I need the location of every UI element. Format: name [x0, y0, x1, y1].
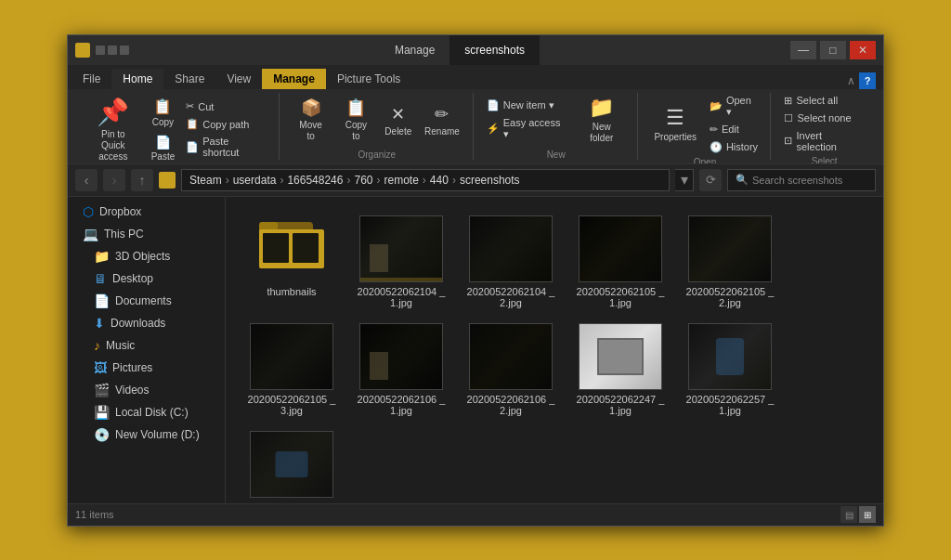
sidebar-item-3dobjects[interactable]: 📁 3D Objects: [68, 245, 225, 267]
delete-icon: ✕: [391, 104, 405, 124]
history-button[interactable]: 🕐 History: [706, 139, 763, 155]
move-to-button[interactable]: 📦 Move to: [289, 95, 332, 145]
tab-picture-tools[interactable]: Picture Tools: [326, 69, 411, 89]
copy-path-button[interactable]: 📋 Copy path: [182, 116, 271, 132]
sidebar-item-new-volume[interactable]: 💿 New Volume (D:): [68, 423, 225, 446]
image-preview: [251, 324, 332, 389]
properties-icon: ☰: [666, 106, 684, 130]
list-item[interactable]: 20200522062106 _2.jpg: [460, 319, 562, 420]
select-buttons: ⊞ Select all ☐ Select none ⊡ Invert sele…: [780, 93, 868, 154]
cut-button[interactable]: ✂ Cut: [182, 98, 271, 114]
file-grid: thumbnails 20200522062104 _1.jpg 2020052…: [226, 197, 883, 503]
refresh-button[interactable]: ⟳: [699, 169, 722, 191]
list-item[interactable]: 20200522062104 _1.jpg: [350, 212, 452, 312]
sidebar-item-videos[interactable]: 🎬 Videos: [68, 379, 225, 401]
list-item[interactable]: 20200522062104 _2.jpg: [460, 212, 562, 312]
open-button[interactable]: 📂 Open ▾: [706, 93, 763, 120]
tab-file[interactable]: File: [72, 69, 111, 89]
ribbon-group-clipboard: 📌 Pin to Quick access 📋 Copy 📄 Paste: [75, 93, 280, 160]
sidebar-item-dropbox[interactable]: ⬡ Dropbox: [68, 201, 225, 223]
delete-button[interactable]: ✕ Delete: [379, 101, 417, 139]
tab-manage[interactable]: Manage: [262, 69, 326, 89]
forward-button[interactable]: ›: [103, 169, 125, 191]
list-item[interactable]: 20200522062247 _1.jpg: [569, 319, 671, 420]
easy-access-button[interactable]: ⚡ Easy access ▾: [483, 115, 572, 142]
image-thumbnail: [579, 215, 662, 282]
title-dot-2: [108, 46, 117, 55]
paste-icon: 📄: [155, 135, 171, 150]
select-none-button[interactable]: ☐ Select none: [780, 111, 868, 126]
tab-share[interactable]: Share: [163, 69, 215, 89]
copy-to-button[interactable]: 📋 Copy to: [334, 95, 377, 145]
sidebar-item-desktop[interactable]: 🖥 Desktop: [68, 267, 225, 290]
maximize-button[interactable]: □: [820, 41, 846, 59]
image-preview: [580, 324, 661, 389]
main-content: ⬡ Dropbox 💻 This PC 📁 3D Objects 🖥 Deskt…: [68, 197, 883, 503]
properties-button[interactable]: ☰ Properties: [647, 102, 704, 146]
image-thumbnail: [359, 323, 443, 390]
new-buttons: 📄 New item ▾ ⚡ Easy access ▾ 📁 New folde…: [483, 93, 630, 148]
image-thumbnail: [469, 215, 553, 282]
help-button[interactable]: ?: [859, 72, 876, 89]
paste-button[interactable]: 📄 Paste: [146, 132, 181, 164]
tab-home[interactable]: Home: [111, 69, 163, 89]
address-dropdown-button[interactable]: ▾: [675, 169, 694, 191]
sidebar-item-local-disk[interactable]: 💾 Local Disk (C:): [68, 401, 225, 423]
list-item[interactable]: 20200522062257 _1.jpg: [679, 319, 781, 420]
pin-to-quick-access-button[interactable]: 📌 Pin to Quick access: [83, 93, 144, 166]
copy-path-icon: 📋: [186, 118, 199, 130]
clipboard-buttons: 📌 Pin to Quick access 📋 Copy 📄 Paste: [83, 93, 271, 166]
list-item[interactable]: 20200522062106 _1.jpg: [350, 319, 452, 420]
image-thumbnail: [250, 431, 333, 498]
screenshots-tab-title[interactable]: screenshots: [449, 35, 540, 65]
list-item[interactable]: 20200522062257 _2.jpg: [241, 427, 343, 503]
grid-view-button[interactable]: ⊞: [859, 506, 876, 523]
minimize-button[interactable]: —: [790, 41, 816, 59]
search-icon: 🔍: [736, 174, 749, 186]
file-explorer-window: Manage screenshots — □ ✕ File Home Share…: [67, 34, 884, 527]
folder-thumbnail: [250, 215, 333, 282]
list-item[interactable]: 20200522062105 _1.jpg: [569, 212, 671, 312]
cut-icon: ✂: [186, 100, 194, 112]
new-folder-button[interactable]: 📁 New folder: [574, 93, 630, 147]
manage-tab-title[interactable]: Manage: [380, 35, 449, 65]
ribbon-collapse-icon[interactable]: ∧: [847, 74, 855, 87]
select-none-icon: ☐: [784, 112, 793, 124]
ribbon-tabs: File Home Share View Manage Picture Tool…: [68, 65, 883, 89]
title-dots: [96, 46, 129, 55]
rename-button[interactable]: ✏ Rename: [419, 101, 465, 139]
list-item[interactable]: thumbnails: [241, 212, 343, 312]
list-item[interactable]: 20200522062105 _2.jpg: [679, 212, 781, 312]
paste-shortcut-icon: 📄: [186, 141, 199, 153]
copy-button[interactable]: 📋 Copy: [146, 95, 181, 130]
invert-selection-button[interactable]: ⊡ Invert selection: [780, 128, 868, 154]
edit-button[interactable]: ✏ Edit: [706, 122, 763, 137]
search-box[interactable]: 🔍 Search screenshots: [727, 169, 876, 191]
tab-view[interactable]: View: [215, 69, 262, 89]
list-item[interactable]: 20200522062105 _3.jpg: [241, 319, 343, 420]
open-buttons: ☰ Properties 📂 Open ▾ ✏ Edit �: [647, 93, 763, 155]
back-button[interactable]: ‹: [75, 169, 98, 191]
ribbon-group-select: ⊞ Select all ☐ Select none ⊡ Invert sele…: [773, 93, 876, 160]
up-button[interactable]: ↑: [131, 169, 153, 191]
item-count: 11 items: [75, 509, 114, 520]
sidebar-item-pictures[interactable]: 🖼 Pictures: [68, 357, 225, 379]
new-item-button[interactable]: 📄 New item ▾: [483, 98, 572, 113]
close-button[interactable]: ✕: [850, 41, 876, 59]
history-icon: 🕐: [710, 141, 723, 153]
sidebar-item-downloads[interactable]: ⬇ Downloads: [68, 312, 225, 334]
new-label: New: [483, 148, 630, 160]
image-thumbnail: [250, 323, 333, 390]
organize-label: Organize: [289, 148, 465, 160]
sidebar-item-music[interactable]: ♪ Music: [68, 334, 225, 357]
sidebar-item-documents[interactable]: 📄 Documents: [68, 290, 225, 312]
address-path[interactable]: Steam › userdata › 166548246 › 760 › rem…: [181, 169, 670, 191]
dropbox-icon: ⬡: [83, 204, 94, 219]
pin-icon: 📌: [97, 97, 129, 127]
list-view-button[interactable]: ▤: [840, 506, 857, 523]
sidebar-item-thispc[interactable]: 💻 This PC: [68, 223, 225, 245]
select-all-button[interactable]: ⊞ Select all: [780, 93, 868, 109]
disk-c-icon: 💾: [94, 405, 110, 420]
image-preview: [360, 324, 442, 389]
paste-shortcut-button[interactable]: 📄 Paste shortcut: [182, 134, 271, 160]
